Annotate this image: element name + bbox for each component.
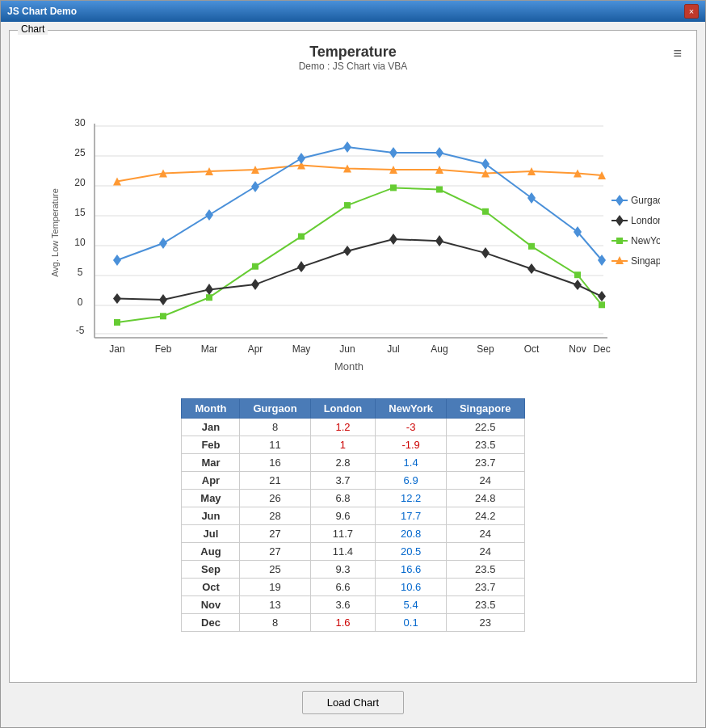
svg-text:Gurgaon: Gurgaon: [631, 195, 660, 206]
svg-marker-77: [527, 263, 536, 274]
table-row: Oct196.610.623.7: [182, 579, 524, 596]
load-chart-button[interactable]: Load Chart: [302, 691, 404, 714]
svg-marker-84: [616, 215, 624, 226]
data-table-container: Month Gurgaon London NewYork Singapore J…: [16, 398, 690, 632]
table-row: Dec81.60.123: [182, 614, 524, 632]
svg-marker-48: [297, 153, 305, 164]
svg-rect-62: [390, 184, 397, 191]
svg-text:Avg. Low Temperature: Avg. Low Temperature: [50, 188, 60, 277]
svg-rect-87: [616, 238, 623, 244]
svg-text:Dec: Dec: [593, 343, 610, 355]
close-button[interactable]: ×: [684, 4, 699, 19]
svg-marker-78: [574, 280, 582, 290]
svg-text:-5: -5: [76, 325, 85, 336]
svg-marker-69: [159, 294, 167, 305]
table-row: Jul2711.720.824: [182, 525, 524, 543]
svg-marker-81: [616, 195, 624, 206]
svg-rect-61: [344, 202, 351, 208]
col-header-gurgaon: Gurgaon: [240, 399, 310, 419]
svg-text:Jun: Jun: [339, 343, 355, 355]
svg-marker-51: [435, 147, 443, 158]
table-row: Jun289.617.724.2: [182, 507, 524, 525]
svg-text:25: 25: [74, 147, 86, 158]
line-chart: -5 0 5 10 15 20 25 30 Avg. Low Temperatu…: [46, 75, 660, 390]
svg-text:Apr: Apr: [248, 343, 263, 355]
footer-area: Load Chart: [9, 683, 697, 719]
hamburger-icon[interactable]: ≡: [673, 45, 682, 62]
window-title: JS Chart Demo: [7, 6, 77, 17]
chart-area: Temperature Demo : JS Chart via VBA ≡ -5…: [16, 37, 690, 675]
svg-text:Oct: Oct: [524, 343, 540, 355]
svg-marker-47: [251, 181, 259, 192]
svg-rect-56: [114, 319, 120, 326]
svg-marker-73: [343, 246, 351, 256]
svg-marker-49: [343, 141, 351, 153]
svg-text:0: 0: [78, 297, 83, 308]
svg-marker-72: [297, 261, 305, 272]
table-row: May266.812.224.8: [182, 490, 524, 507]
svg-text:10: 10: [74, 237, 86, 248]
svg-marker-50: [389, 147, 397, 158]
data-table: Month Gurgaon London NewYork Singapore J…: [181, 398, 524, 632]
col-header-month: Month: [182, 399, 240, 419]
svg-text:Nov: Nov: [569, 343, 586, 355]
table-row: Mar162.81.423.7: [182, 454, 524, 472]
svg-rect-59: [252, 263, 258, 270]
svg-text:5: 5: [78, 267, 83, 278]
svg-marker-52: [481, 158, 490, 170]
svg-text:Feb: Feb: [155, 343, 172, 355]
svg-text:Sep: Sep: [477, 343, 494, 355]
svg-marker-79: [598, 291, 606, 301]
svg-marker-45: [159, 238, 167, 249]
col-header-london: London: [310, 399, 376, 419]
svg-text:15: 15: [74, 207, 86, 218]
main-window: JS Chart Demo × Chart Temperature Demo :…: [0, 0, 706, 728]
table-row: Nov133.65.423.5: [182, 596, 524, 614]
svg-marker-76: [481, 247, 490, 259]
svg-marker-71: [251, 279, 259, 290]
svg-rect-58: [206, 294, 212, 301]
svg-marker-68: [113, 293, 121, 304]
svg-text:Jul: Jul: [387, 343, 399, 355]
table-row: Sep259.316.623.5: [182, 561, 524, 579]
chart-title: Temperature: [16, 44, 690, 61]
table-row: Feb111-1.923.5: [182, 436, 524, 454]
chart-subtitle: Demo : JS Chart via VBA: [16, 61, 690, 72]
svg-text:London: London: [631, 215, 660, 226]
svg-text:30: 30: [74, 117, 86, 128]
chart-group: Chart Temperature Demo : JS Chart via VB…: [9, 30, 697, 683]
svg-marker-70: [205, 284, 213, 295]
table-row: Aug2711.420.524: [182, 543, 524, 561]
svg-rect-67: [599, 301, 605, 308]
svg-text:Mar: Mar: [201, 343, 218, 355]
svg-marker-44: [113, 255, 121, 266]
svg-text:NewYork: NewYork: [631, 235, 660, 246]
table-row: Apr213.76.924: [182, 472, 524, 490]
svg-marker-75: [435, 235, 443, 246]
svg-text:May: May: [292, 343, 311, 355]
svg-text:Aug: Aug: [431, 343, 448, 355]
svg-marker-53: [527, 192, 536, 204]
svg-marker-46: [205, 209, 213, 221]
svg-rect-60: [298, 234, 305, 240]
title-bar: JS Chart Demo ×: [1, 1, 705, 22]
svg-rect-65: [528, 243, 535, 250]
svg-text:Singapore: Singapore: [631, 255, 660, 267]
group-label: Chart: [18, 23, 48, 35]
svg-rect-63: [436, 187, 443, 193]
window-body: Chart Temperature Demo : JS Chart via VB…: [1, 22, 705, 727]
svg-rect-57: [160, 313, 166, 319]
svg-text:Jan: Jan: [109, 343, 124, 355]
svg-marker-74: [389, 234, 397, 245]
svg-rect-64: [482, 208, 489, 215]
table-row: Jan81.2-322.5: [182, 419, 524, 436]
svg-text:Month: Month: [334, 360, 364, 372]
svg-rect-66: [574, 271, 581, 278]
col-header-singapore: Singapore: [446, 399, 524, 419]
svg-text:20: 20: [74, 177, 86, 188]
col-header-newyork: NewYork: [376, 399, 447, 419]
